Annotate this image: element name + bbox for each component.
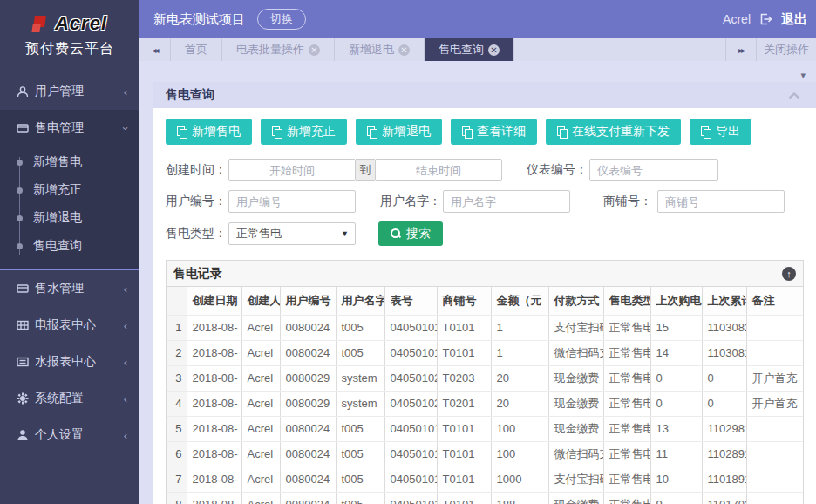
table-cell: T0101 [437, 416, 491, 441]
table-cell: 2018-08- [187, 365, 241, 391]
table-cell: 1102891. [702, 441, 746, 467]
online-pay-resend-button[interactable]: 在线支付重新下发 [546, 119, 681, 145]
sidebar-item-sale-management[interactable]: 售电管理 › [0, 110, 139, 146]
person-icon [16, 429, 30, 441]
table-cell: 9 [650, 492, 702, 504]
table-cell: 04050101 [384, 416, 437, 441]
sidebar-group-sale-management: 售电管理 › 新增售电 新增充正 新增退电 [0, 110, 139, 269]
submenu-item-sale-query[interactable]: 售电查询 [0, 232, 139, 260]
table-row[interactable]: 42018-08-Acrel0080029system04050102T0201… [167, 391, 803, 416]
submenu-item-new-recharge[interactable]: 新增充正 [0, 176, 139, 204]
sidebar-item-system-config[interactable]: 系统配置 ‹ [0, 380, 139, 417]
table-cell: 现金缴费 [548, 391, 603, 416]
row-index: 1 [167, 315, 187, 340]
file-icon [701, 126, 711, 138]
column-header[interactable]: 商铺号 [437, 287, 491, 315]
new-refund-button[interactable]: 新增退电 [356, 119, 442, 145]
table-cell: 1102981. [702, 416, 746, 441]
table-cell: 1 [491, 340, 548, 365]
column-header[interactable]: 售电类型 [603, 287, 650, 315]
bullet-dot-icon [17, 160, 23, 166]
shop-no-input[interactable] [657, 190, 785, 213]
column-header[interactable]: 上次累计 [702, 287, 746, 315]
table-cell: 正常售电 [603, 340, 650, 365]
tabs-scroll-right-icon[interactable]: ▸▸ [725, 38, 757, 61]
tab-sale-query[interactable]: 售电查询 ✕ [425, 38, 514, 61]
meter-no-label: 仪表编号： [527, 162, 584, 178]
caret-down-icon[interactable]: ▾ [800, 70, 806, 81]
table-row[interactable]: 32018-08-Acrel0080029system04050102T0203… [167, 365, 803, 391]
file-icon [177, 126, 187, 138]
tab-new-refund[interactable]: 新增退电 ✕ [335, 38, 425, 61]
close-operations-dropdown[interactable]: 关闭操作 [757, 38, 816, 61]
tab-meter-batch-ops[interactable]: 电表批量操作 ✕ [222, 38, 335, 61]
submenu-item-new-refund[interactable]: 新增退电 [0, 204, 139, 232]
table-body: 12018-08-Acrel0080024t00504050101T01011支… [167, 315, 803, 504]
column-header[interactable]: 金额（元 [491, 287, 548, 315]
table-cell: 正常售电 [603, 467, 650, 492]
tabs-scroll-left-icon[interactable]: ◂◂ [139, 38, 171, 61]
bullet-dot-icon [17, 215, 23, 221]
table-row[interactable]: 72018-08-Acrel0080024t00504050101T010110… [167, 467, 803, 492]
export-button[interactable]: 导出 [690, 119, 751, 145]
table-row[interactable]: 52018-08-Acrel0080024t00504050101T010110… [167, 416, 803, 441]
switch-project-button[interactable]: 切换 [257, 9, 306, 30]
column-header[interactable]: 用户名字 [336, 287, 384, 315]
tab-home[interactable]: 首页 [171, 38, 222, 61]
table-row[interactable]: 82018-08-Acrel0080024t00504050101T010118… [167, 492, 803, 504]
table-row[interactable]: 12018-08-Acrel0080024t00504050101T01011支… [167, 315, 803, 340]
column-header[interactable]: 表号 [384, 287, 437, 315]
collapse-panel-icon[interactable] [788, 88, 800, 102]
logout-button[interactable]: 退出 [781, 11, 807, 28]
view-detail-button[interactable]: 查看详细 [451, 119, 537, 145]
submenu-item-label: 新增售电 [33, 154, 82, 170]
table-row[interactable]: 22018-08-Acrel0080024t00504050101T01011微… [167, 340, 803, 365]
column-header[interactable]: 上次购电 [650, 287, 702, 315]
table-cell: 04050101 [384, 492, 437, 504]
tab-label: 新增退电 [349, 42, 394, 58]
new-recharge-button[interactable]: 新增充正 [261, 119, 347, 145]
column-header[interactable]: 创建人 [241, 287, 280, 315]
end-time-input[interactable] [375, 159, 502, 181]
table-row[interactable]: 62018-08-Acrel0080024t00504050101T010110… [167, 441, 803, 467]
column-header[interactable]: 创建日期 [187, 287, 241, 315]
search-button[interactable]: 搜索 [378, 221, 443, 246]
username[interactable]: Acrel [723, 12, 751, 26]
column-header[interactable]: 用户编号 [280, 287, 336, 315]
close-tab-icon[interactable]: ✕ [488, 44, 500, 56]
sidebar-item-water-report-center[interactable]: 水报表中心 ‹ [0, 344, 139, 380]
close-tab-icon[interactable]: ✕ [398, 44, 410, 56]
close-tab-icon[interactable]: ✕ [309, 44, 320, 56]
meter-no-input[interactable] [589, 159, 718, 181]
column-header[interactable]: 付款方式 [548, 287, 603, 315]
submenu-item-new-sale[interactable]: 新增售电 [0, 148, 139, 176]
column-header[interactable]: 备注 [746, 287, 803, 315]
file-icon [557, 126, 567, 138]
table-cell: system [336, 365, 384, 391]
collapse-up-icon[interactable]: ↑ [782, 267, 796, 281]
sidebar-item-water-sale[interactable]: 售水管理 ‹ [0, 270, 139, 307]
user-name-input[interactable] [443, 190, 570, 213]
user-icon [16, 85, 30, 98]
sale-type-select[interactable]: 正常售电 ▼ [228, 222, 356, 245]
sale-management-submenu: 新增售电 新增充正 新增退电 售电查询 [0, 146, 139, 269]
table-cell: 0080024 [280, 416, 336, 441]
table-cell: 正常售电 [603, 492, 650, 504]
sidebar-item-electric-report-center[interactable]: 电报表中心 ‹ [0, 307, 139, 344]
sidebar-item-user-management[interactable]: 用户管理 ‹ [0, 73, 139, 110]
table-cell: 0080024 [280, 467, 336, 492]
chevron-down-icon: › [119, 126, 132, 130]
table-cell: 04050101 [384, 340, 437, 365]
sidebar-item-personal-settings[interactable]: 个人设置 ‹ [0, 417, 139, 453]
start-time-input[interactable] [228, 159, 356, 181]
list-icon [16, 356, 30, 368]
tab-label: 首页 [185, 42, 207, 58]
table-cell: 现金缴费 [548, 416, 603, 441]
acrel-logo-icon [32, 15, 51, 32]
new-sale-button[interactable]: 新增售电 [166, 119, 252, 145]
user-no-input[interactable] [228, 190, 356, 213]
table-cell: T0203 [437, 365, 491, 391]
logout-icon[interactable] [759, 13, 772, 25]
table-cell: Acrel [241, 467, 280, 492]
table-cell: t005 [336, 416, 384, 441]
